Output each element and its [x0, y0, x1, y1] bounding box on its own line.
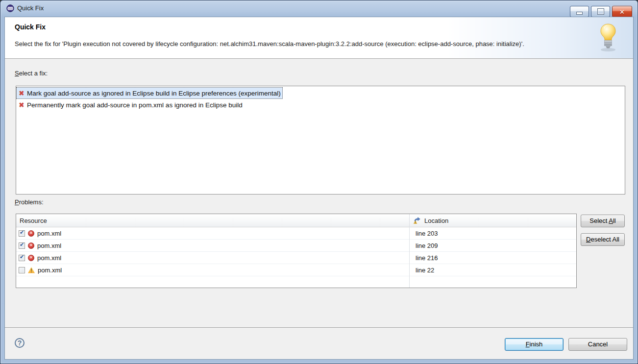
header-description: Select the fix for 'Plugin execution not…	[15, 40, 524, 48]
row-checkbox[interactable]	[19, 255, 25, 261]
problems-table: Resource Location	[16, 214, 577, 288]
window-controls	[570, 6, 632, 17]
deselect-all-button[interactable]: Deselect All	[581, 233, 625, 246]
fix-list[interactable]: Mark goal add-source as ignored in Eclip…	[16, 86, 625, 194]
minimize-button[interactable]	[570, 6, 589, 17]
warning-icon	[28, 267, 35, 273]
maximize-icon	[598, 9, 604, 14]
location-cell: line 216	[409, 252, 576, 264]
red-cross-icon	[19, 101, 27, 109]
close-icon	[619, 7, 625, 16]
minimize-icon	[577, 12, 582, 14]
quick-fix-window: Quick Fix Quick Fix Select the fix for '…	[0, 0, 638, 364]
resource-name: pom.xml	[38, 267, 62, 274]
lightbulb-icon	[599, 23, 617, 52]
problems-label: Problems:	[15, 198, 44, 206]
column-header-resource[interactable]: Resource	[16, 214, 409, 227]
location-cell: line 203	[409, 227, 576, 239]
location-cell: line 22	[409, 264, 576, 276]
help-button[interactable]: ?	[15, 338, 25, 348]
close-button[interactable]	[612, 6, 632, 17]
table-row[interactable]: pom.xml line 216	[16, 252, 576, 264]
table-row[interactable]: pom.xml line 203	[16, 227, 576, 240]
page-title: Quick Fix	[15, 23, 46, 31]
row-checkbox[interactable]	[19, 243, 25, 249]
red-cross-icon	[19, 89, 27, 97]
fix-option[interactable]: Permanently mark goal add-source in pom.…	[16, 99, 245, 111]
select-all-button[interactable]: Select All	[581, 215, 625, 227]
finish-button[interactable]: Finish	[505, 338, 564, 351]
question-mark-icon: ?	[18, 339, 22, 347]
dialog-header: Quick Fix Select the fix for 'Plugin exe…	[5, 17, 633, 59]
resource-name: pom.xml	[37, 230, 61, 237]
select-fix-label: Select a fix:	[15, 70, 48, 77]
location-cell: line 209	[409, 240, 576, 251]
column-header-location[interactable]: Location	[409, 214, 576, 227]
resource-cell: pom.xml	[16, 264, 409, 276]
dialog-client-area: Quick Fix Select the fix for 'Plugin exe…	[4, 17, 634, 360]
footer-separator	[5, 327, 633, 328]
row-checkbox[interactable]	[19, 230, 25, 237]
fix-option[interactable]: Mark goal add-source as ignored in Eclip…	[16, 87, 283, 99]
fix-option-label: Permanently mark goal add-source in pom.…	[27, 101, 243, 109]
error-icon	[28, 255, 34, 261]
column-divider	[409, 214, 410, 288]
resource-cell: pom.xml	[16, 227, 409, 239]
error-icon	[28, 243, 34, 249]
cancel-button[interactable]: Cancel	[568, 338, 627, 351]
resource-name: pom.xml	[37, 254, 61, 262]
error-icon	[28, 230, 34, 237]
empty-table-row	[16, 276, 576, 288]
maximize-button[interactable]	[591, 6, 610, 17]
fix-option-label: Mark goal add-source as ignored in Eclip…	[27, 90, 281, 97]
resource-cell: pom.xml	[16, 240, 409, 251]
row-checkbox[interactable]	[19, 267, 25, 273]
table-header-row: Resource Location	[16, 214, 576, 227]
location-column-icon	[413, 217, 421, 224]
titlebar[interactable]: Quick Fix	[0, 0, 638, 17]
resource-cell: pom.xml	[16, 252, 409, 264]
window-title: Quick Fix	[17, 4, 44, 12]
resource-name: pom.xml	[37, 242, 61, 249]
table-row[interactable]: pom.xml line 209	[16, 240, 576, 252]
eclipse-logo-icon	[6, 4, 14, 12]
table-row[interactable]: pom.xml line 22	[16, 264, 576, 276]
